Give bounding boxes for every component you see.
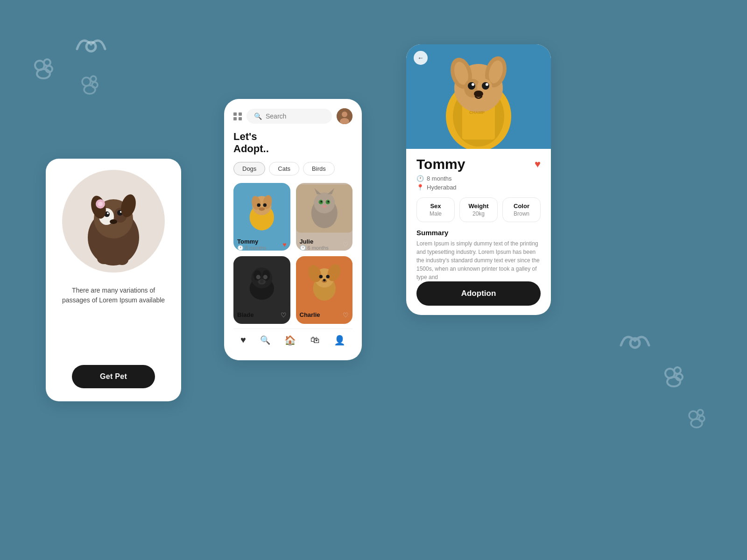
summary-section: Summary Lorem Ipsum is simply dummy text…	[416, 229, 541, 281]
pet-hero-image: CHAMP ←	[406, 44, 551, 149]
svg-point-0	[86, 42, 96, 51]
svg-point-52	[327, 201, 329, 203]
nav-favorites-icon[interactable]: ♥	[240, 335, 246, 345]
julie-image	[296, 183, 353, 234]
svg-point-46	[314, 192, 335, 213]
pet-title-row: Tommy ♥	[416, 156, 541, 172]
svg-point-9	[630, 338, 640, 348]
tommy-info: Tommy 🕐8 months ♥	[233, 236, 290, 251]
search-input[interactable]	[266, 112, 324, 120]
svg-point-10	[665, 369, 675, 378]
grid-menu-icon[interactable]	[233, 112, 242, 120]
svg-point-14	[689, 411, 698, 420]
pet-location-row: 📍 Hyderabad	[416, 184, 541, 191]
svg-point-29	[97, 253, 111, 264]
pet-grid: Tommy 🕐8 months ♥	[233, 183, 352, 324]
pet-meta: 🕐 8 months 📍 Hyderabad	[416, 175, 541, 191]
pet-age-row: 🕐 8 months	[416, 175, 541, 182]
back-button[interactable]: ←	[414, 51, 428, 65]
tommy-image	[233, 183, 290, 234]
svg-point-24	[107, 212, 109, 214]
svg-point-53	[322, 205, 326, 208]
tommy-heart[interactable]: ♥	[282, 241, 286, 248]
pet-card-julie[interactable]: Julie 🕐6 months ♡	[296, 183, 353, 251]
svg-point-5	[82, 77, 91, 86]
svg-text:CHAMP: CHAMP	[469, 110, 485, 115]
nav-search-icon[interactable]: 🔍	[260, 335, 270, 345]
nav-bag-icon[interactable]: 🛍	[310, 335, 320, 345]
svg-point-16	[699, 416, 705, 421]
charlie-heart[interactable]: ♡	[343, 311, 349, 319]
favorite-heart-icon[interactable]: ♥	[535, 158, 541, 170]
blade-name: Blade	[237, 311, 254, 318]
bottom-nav: ♥ 🔍 🏠 🛍 👤	[233, 329, 352, 353]
filter-cats[interactable]: Cats	[269, 162, 299, 175]
svg-point-83	[468, 82, 475, 90]
julie-heart[interactable]: ♡	[343, 241, 349, 248]
stat-sex: Sex Male	[416, 197, 455, 222]
svg-point-8	[84, 85, 95, 94]
filter-dogs[interactable]: Dogs	[233, 162, 265, 175]
charlie-image	[296, 256, 353, 308]
card1-tagline: There are many variations of passages of…	[55, 286, 172, 305]
blade-image	[233, 256, 290, 308]
svg-point-15	[698, 410, 703, 415]
charlie-name: Charlie	[300, 311, 320, 318]
card3-body: Tommy ♥ 🕐 8 months 📍 Hyderabad Sex Male …	[406, 149, 551, 315]
adoption-button[interactable]: Adoption	[416, 281, 541, 306]
svg-point-13	[667, 377, 680, 386]
card2-header: 🔍	[233, 108, 352, 124]
julie-name: Julie	[300, 238, 329, 245]
summary-title: Summary	[416, 229, 541, 237]
dog-illustration	[67, 172, 160, 270]
svg-point-62	[260, 280, 263, 283]
svg-point-6	[91, 76, 96, 82]
adopt-title: Let's Adopt..	[233, 131, 352, 155]
stats-row: Sex Male Weight 20kg Color Brown	[416, 197, 541, 222]
svg-point-17	[691, 419, 702, 427]
pet-image-circle	[62, 170, 165, 273]
svg-point-3	[46, 66, 52, 72]
svg-point-1	[35, 61, 44, 70]
svg-point-86	[486, 83, 488, 86]
svg-point-85	[472, 83, 474, 86]
pet-card-blade[interactable]: Blade ♡	[233, 256, 290, 324]
svg-point-34	[342, 112, 347, 117]
svg-point-71	[323, 279, 325, 281]
svg-point-42	[263, 203, 267, 207]
svg-point-30	[115, 255, 128, 265]
svg-point-4	[37, 69, 50, 78]
svg-point-51	[320, 201, 322, 203]
blade-heart[interactable]: ♡	[281, 311, 287, 319]
tommy-name: Tommy	[237, 238, 266, 245]
location-icon: 📍	[416, 184, 424, 191]
summary-text: Lorem Ipsum is simply dummy text of the …	[416, 239, 541, 281]
filter-birds[interactable]: Birds	[303, 162, 335, 175]
nav-home-icon[interactable]: 🏠	[284, 335, 296, 346]
julie-age: 🕐6 months	[300, 245, 329, 251]
pet-main-name: Tommy	[416, 156, 465, 172]
tommy-age: 🕐8 months	[237, 245, 266, 251]
pet-location-value: Hyderabad	[427, 184, 457, 191]
search-icon: 🔍	[254, 112, 262, 120]
svg-point-84	[482, 82, 489, 90]
pet-detail-card: CHAMP ← Tommy ♥ 🕐 8 months 📍 Hyderabad S…	[406, 44, 551, 315]
user-avatar[interactable]	[337, 108, 352, 124]
pet-card-tommy[interactable]: Tommy 🕐8 months ♥	[233, 183, 290, 251]
get-pet-button[interactable]: Get Pet	[72, 365, 155, 388]
svg-point-32	[98, 202, 103, 206]
charlie-info: Charlie ♡	[296, 309, 353, 321]
tommy-hero-illustration: CHAMP	[406, 44, 551, 149]
search-bar[interactable]: 🔍	[247, 109, 332, 124]
svg-point-2	[44, 59, 50, 66]
nav-profile-icon[interactable]: 👤	[334, 335, 345, 346]
pet-age-value: 8 months	[427, 175, 451, 182]
svg-point-12	[676, 374, 683, 380]
pet-card-charlie[interactable]: Charlie ♡	[296, 256, 353, 324]
svg-point-59	[256, 275, 261, 279]
svg-point-68	[319, 275, 322, 278]
blade-info: Blade ♡	[233, 309, 290, 321]
svg-point-11	[674, 367, 681, 374]
svg-point-7	[92, 82, 98, 88]
svg-point-69	[326, 275, 329, 278]
